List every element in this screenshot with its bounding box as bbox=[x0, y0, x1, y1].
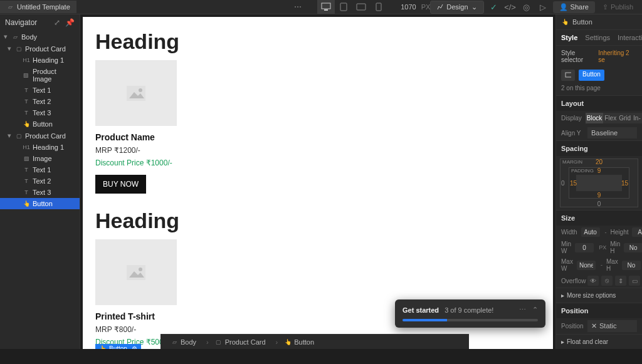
navigator-node[interactable]: ▾▱Body bbox=[0, 31, 80, 43]
svg-rect-1 bbox=[324, 9, 328, 11]
maxh-input[interactable] bbox=[622, 261, 641, 270]
navigator-node[interactable]: TText 2 bbox=[0, 96, 80, 107]
chevron-up-icon[interactable]: ⌃ bbox=[532, 306, 538, 314]
navigator-node[interactable]: 👆Button bbox=[0, 198, 80, 209]
inspector-panel: 👆 Button Style Settings Interactions Sty… bbox=[555, 14, 642, 349]
breadcrumb[interactable]: 👆Button bbox=[271, 337, 319, 347]
navigator-node[interactable]: TText 1 bbox=[0, 164, 80, 175]
breakpoint-chip[interactable] bbox=[561, 70, 575, 81]
mrp-text[interactable]: MRP ₹1200/- bbox=[95, 146, 540, 155]
product-name[interactable]: Product Name bbox=[95, 132, 540, 142]
maxw-input[interactable] bbox=[577, 261, 596, 270]
product-image[interactable] bbox=[95, 239, 177, 305]
navigator-node[interactable]: TText 2 bbox=[0, 175, 80, 187]
overflow-visible-icon[interactable]: 👁 bbox=[587, 276, 599, 286]
section-layout[interactable]: Layout bbox=[556, 95, 642, 111]
gear-icon[interactable]: ⚙ bbox=[132, 345, 137, 349]
file-tab[interactable]: ▱ Untitled Template bbox=[0, 1, 76, 13]
more-icon[interactable]: ⋯ bbox=[519, 306, 526, 314]
display-inline[interactable]: In- bbox=[632, 113, 642, 123]
code-icon[interactable]: </> bbox=[504, 1, 517, 13]
page-icon: ▱ bbox=[6, 3, 14, 11]
navigator-node[interactable]: TText 1 bbox=[0, 85, 80, 96]
device-tablet-button[interactable] bbox=[335, 0, 352, 14]
svg-rect-4 bbox=[376, 3, 381, 11]
navigator-node[interactable]: H1Heading 1 bbox=[0, 55, 80, 66]
more-size-options[interactable]: ▸ More size options bbox=[556, 288, 642, 303]
tab-interactions[interactable]: Interactions bbox=[618, 34, 642, 41]
pin-icon[interactable]: 📌 bbox=[65, 18, 75, 27]
style-selector-row: Style selector Inheriting 2 se bbox=[556, 46, 642, 67]
navigator-node[interactable]: 👆Button bbox=[0, 118, 80, 130]
heading[interactable]: Heading bbox=[95, 29, 540, 54]
toast-progress bbox=[403, 319, 538, 321]
canvas-menu-group: ⋯ bbox=[291, 0, 305, 14]
preview-icon[interactable]: ◎ bbox=[520, 1, 533, 13]
padding-right[interactable]: 15 bbox=[621, 180, 628, 187]
canvas-width-input[interactable] bbox=[394, 3, 419, 11]
margin-bottom[interactable]: 0 bbox=[597, 200, 601, 207]
display-flex[interactable]: Flex bbox=[603, 113, 618, 123]
height-input[interactable] bbox=[632, 227, 642, 237]
margin-left[interactable]: 0 bbox=[561, 180, 565, 187]
navigator-node[interactable]: H1Heading 1 bbox=[0, 142, 80, 153]
navigator-panel: Navigator ⤢ 📌 ▾▱Body▾▢Product CardH1Head… bbox=[0, 14, 80, 349]
share-button[interactable]: 👤 Share bbox=[553, 1, 595, 13]
check-icon[interactable]: ✓ bbox=[488, 1, 500, 13]
padding-left[interactable]: 15 bbox=[570, 180, 577, 187]
mode-design-button[interactable]: Design ⌄ bbox=[430, 1, 483, 14]
section-position[interactable]: Position bbox=[556, 303, 642, 318]
overflow-hidden-icon[interactable]: ⦸ bbox=[601, 276, 613, 286]
tab-style[interactable]: Style bbox=[561, 34, 577, 41]
navigator-node[interactable]: ▾▢Product Card bbox=[0, 43, 80, 55]
instance-count: 2 on this page bbox=[556, 83, 642, 95]
width-input[interactable] bbox=[581, 227, 600, 237]
device-tablet-landscape-button[interactable] bbox=[352, 0, 370, 14]
align-label: Align Y bbox=[561, 130, 584, 137]
publish-button[interactable]: ⇪ Publish bbox=[599, 1, 637, 13]
svg-rect-8 bbox=[127, 265, 145, 280]
float-and-clear[interactable]: ▸ Float and clear bbox=[556, 334, 642, 349]
product-card[interactable]: Heading Product Name MRP ₹1200/- Discoun… bbox=[95, 29, 540, 194]
overflow-scroll-icon[interactable]: ⇕ bbox=[615, 276, 626, 286]
margin-top[interactable]: 20 bbox=[596, 159, 603, 165]
minw-input[interactable] bbox=[575, 243, 594, 252]
minh-input[interactable] bbox=[624, 243, 642, 252]
class-chip[interactable]: Button bbox=[579, 70, 604, 81]
collapse-icon[interactable]: ⤢ bbox=[54, 18, 60, 27]
display-grid[interactable]: Grid bbox=[618, 113, 632, 123]
get-started-toast: Get started 3 of 9 complete! ⋯ ⌃ bbox=[395, 299, 545, 328]
product-image[interactable] bbox=[95, 60, 177, 126]
section-spacing[interactable]: Spacing bbox=[556, 140, 642, 156]
overflow-auto-icon[interactable]: ▭ bbox=[629, 276, 640, 286]
svg-point-7 bbox=[139, 88, 142, 92]
align-value[interactable]: Baseline bbox=[587, 127, 637, 138]
navigator-node[interactable]: TText 3 bbox=[0, 107, 80, 118]
play-icon[interactable]: ▷ bbox=[537, 1, 549, 13]
canvas-unit-label: PX bbox=[421, 3, 431, 11]
svg-rect-5 bbox=[127, 86, 145, 101]
product-card[interactable]: Heading Printed T-shirt MRP ₹800/- Disco… bbox=[95, 209, 540, 349]
image-placeholder-icon bbox=[127, 265, 145, 280]
heading[interactable]: Heading bbox=[95, 209, 540, 233]
display-block[interactable]: Block bbox=[586, 113, 603, 123]
navigator-node[interactable]: ▾▢Product Card bbox=[0, 130, 80, 142]
spacing-editor[interactable]: MARGIN PADDING 20 0 0 9 9 15 15 bbox=[560, 159, 638, 207]
breadcrumb[interactable]: ▢Product Card bbox=[201, 337, 270, 347]
device-desktop-button[interactable] bbox=[317, 0, 335, 14]
image-placeholder-icon bbox=[127, 86, 145, 101]
breadcrumb[interactable]: ▱Body bbox=[166, 337, 201, 347]
padding-bottom[interactable]: 9 bbox=[597, 192, 601, 199]
breadcrumb-bar: ▱Body ▢Product Card 👆Button bbox=[160, 334, 469, 349]
navigator-node[interactable]: ▧Product Image bbox=[0, 66, 80, 85]
padding-top[interactable]: 9 bbox=[597, 167, 601, 174]
more-icon[interactable]: ⋯ bbox=[291, 0, 305, 14]
tab-settings[interactable]: Settings bbox=[585, 34, 610, 41]
discount-text[interactable]: Discount Price ₹1000/- bbox=[95, 159, 540, 167]
section-size[interactable]: Size bbox=[556, 210, 642, 226]
buy-button[interactable]: BUY NOW bbox=[95, 175, 146, 194]
navigator-node[interactable]: ▧Image bbox=[0, 153, 80, 164]
navigator-node[interactable]: TText 3 bbox=[0, 187, 80, 198]
device-mobile-button[interactable] bbox=[370, 0, 387, 14]
position-select[interactable]: ✕ Static bbox=[587, 320, 637, 332]
